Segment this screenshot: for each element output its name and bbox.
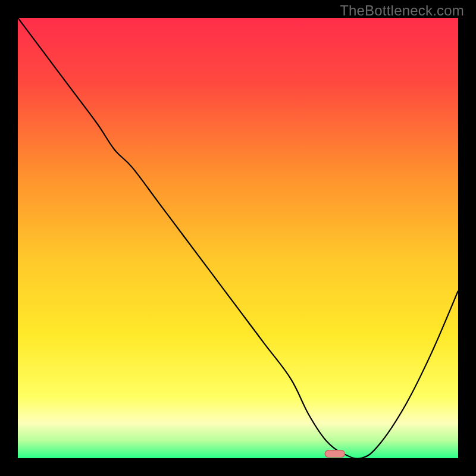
optimal-point-marker [325,450,345,458]
watermark-text: TheBottleneck.com [340,2,464,19]
chart-frame: TheBottleneck.com [0,0,476,476]
plot-background-gradient [18,18,458,458]
bottleneck-chart [0,0,476,476]
